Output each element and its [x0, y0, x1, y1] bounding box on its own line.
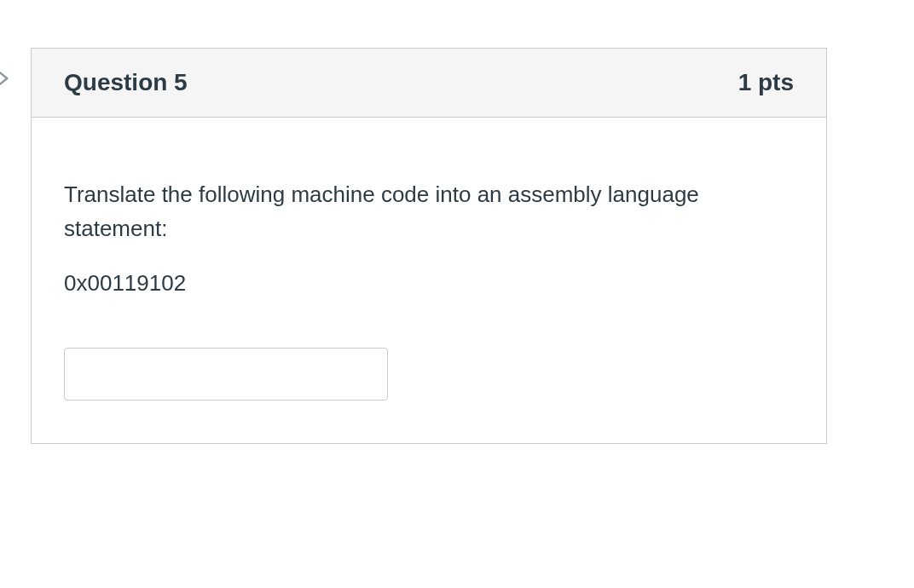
question-prompt: Translate the following machine code int…: [64, 177, 794, 246]
question-header: Question 5 1 pts: [32, 49, 826, 118]
answer-input[interactable]: [64, 348, 388, 401]
question-code: 0x00119102: [64, 270, 794, 297]
question-title: Question 5: [64, 69, 188, 96]
question-marker-icon: [0, 66, 17, 90]
question-points: 1 pts: [738, 69, 794, 96]
question-card: Question 5 1 pts Translate the following…: [31, 48, 827, 444]
question-body: Translate the following machine code int…: [32, 118, 826, 443]
